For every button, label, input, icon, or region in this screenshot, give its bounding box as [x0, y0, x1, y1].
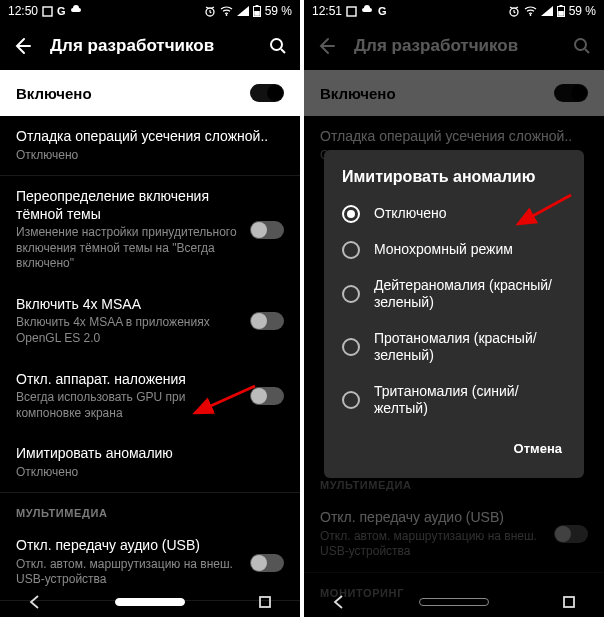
anomaly-dialog: Имитировать аномалию Отключено Монохромн…	[324, 150, 584, 478]
nav-recent-icon[interactable]	[258, 595, 272, 609]
radio-icon	[342, 241, 360, 259]
status-bar: 12:50 G 59 %	[0, 0, 300, 22]
item-title: Отладка операций усечения сложной..	[16, 128, 284, 146]
svg-point-6	[271, 39, 282, 50]
search-icon	[269, 37, 287, 55]
item-title: Откл. передачу аудио (USB)	[16, 537, 240, 555]
screenshot-icon	[42, 6, 53, 17]
svg-rect-15	[564, 597, 574, 607]
nav-recent-icon[interactable]	[562, 595, 576, 609]
nav-bar	[0, 591, 300, 613]
nav-back-icon[interactable]	[332, 595, 346, 609]
item-title: Имитировать аномалию	[16, 445, 284, 463]
item-debug-ops[interactable]: Отладка операций усечения сложной.. Откл…	[0, 116, 300, 175]
radio-label: Тританомалия (синий/желтый)	[374, 383, 566, 418]
radio-protanomaly[interactable]: Протаномалия (красный/зеленый)	[324, 321, 584, 374]
item-sub: Включить 4x MSAA в приложениях OpenGL ES…	[16, 315, 240, 346]
battery-percent: 59 %	[265, 4, 292, 18]
radio-icon	[342, 285, 360, 303]
svg-rect-0	[43, 7, 52, 16]
item-sub: Изменение настройки принудительного вклю…	[16, 225, 240, 272]
signal-icon	[237, 6, 249, 16]
item-title: Включить 4x MSAA	[16, 296, 240, 314]
cloud-icon	[70, 4, 83, 18]
item-usb-audio[interactable]: Откл. передачу аудио (USB) Откл. автом. …	[0, 525, 300, 600]
radio-tritanomaly[interactable]: Тританомалия (синий/желтый)	[324, 374, 584, 427]
radio-icon	[342, 338, 360, 356]
wifi-icon	[220, 6, 233, 16]
svg-rect-4	[255, 5, 258, 7]
nav-bar	[304, 591, 604, 613]
back-button[interactable]	[10, 34, 34, 58]
radio-label: Дейтераномалия (красный/зеленый)	[374, 277, 566, 312]
dialog-title: Имитировать аномалию	[324, 168, 584, 196]
radio-icon	[342, 205, 360, 223]
dialog-backdrop[interactable]: Имитировать аномалию Отключено Монохромн…	[304, 0, 604, 617]
item-dark-override[interactable]: Переопределение включения тёмной темы Из…	[0, 176, 300, 284]
section-multimedia: МУЛЬТИМЕДИА	[0, 493, 300, 525]
nav-home-pill[interactable]	[115, 598, 185, 606]
master-toggle-label: Включено	[16, 85, 92, 102]
item-sub: Отключено	[16, 148, 284, 164]
radio-label: Монохромный режим	[374, 241, 513, 259]
radio-off[interactable]: Отключено	[324, 196, 584, 232]
radio-deuteranomaly[interactable]: Дейтераномалия (красный/зеленый)	[324, 268, 584, 321]
radio-label: Протаномалия (красный/зеленый)	[374, 330, 566, 365]
item-sub: Отключено	[16, 465, 284, 481]
svg-point-2	[225, 14, 227, 16]
back-arrow-icon	[12, 36, 32, 56]
item-sub: Всегда использовать GPU при компоновке э…	[16, 390, 240, 421]
google-icon: G	[57, 5, 66, 17]
svg-rect-5	[254, 11, 260, 16]
page-title: Для разработчиков	[50, 36, 250, 56]
usb-audio-toggle[interactable]	[250, 554, 284, 572]
radio-icon	[342, 391, 360, 409]
item-4x-msaa[interactable]: Включить 4x MSAA Включить 4x MSAA в прил…	[0, 284, 300, 359]
item-sub: Откл. автом. маршрутизацию на внеш. USB-…	[16, 557, 240, 588]
item-simulate-anomaly[interactable]: Имитировать аномалию Отключено	[0, 433, 300, 492]
radio-monochrome[interactable]: Монохромный режим	[324, 232, 584, 268]
radio-label: Отключено	[374, 205, 447, 223]
cancel-button[interactable]: Отмена	[508, 433, 568, 464]
item-hw-overlay[interactable]: Откл. аппарат. наложения Всегда использо…	[0, 359, 300, 434]
master-toggle-row[interactable]: Включено	[0, 70, 300, 116]
battery-icon	[253, 5, 261, 17]
msaa-toggle[interactable]	[250, 312, 284, 330]
nav-home-pill[interactable]	[419, 598, 489, 606]
master-toggle[interactable]	[250, 84, 284, 102]
status-time: 12:50	[8, 4, 38, 18]
item-title: Переопределение включения тёмной темы	[16, 188, 240, 223]
item-title: Откл. аппарат. наложения	[16, 371, 240, 389]
app-header: Для разработчиков	[0, 22, 300, 70]
search-button[interactable]	[266, 34, 290, 58]
dark-override-toggle[interactable]	[250, 221, 284, 239]
nav-back-icon[interactable]	[28, 595, 42, 609]
alarm-icon	[204, 5, 216, 17]
hw-overlay-toggle[interactable]	[250, 387, 284, 405]
svg-rect-7	[260, 597, 270, 607]
